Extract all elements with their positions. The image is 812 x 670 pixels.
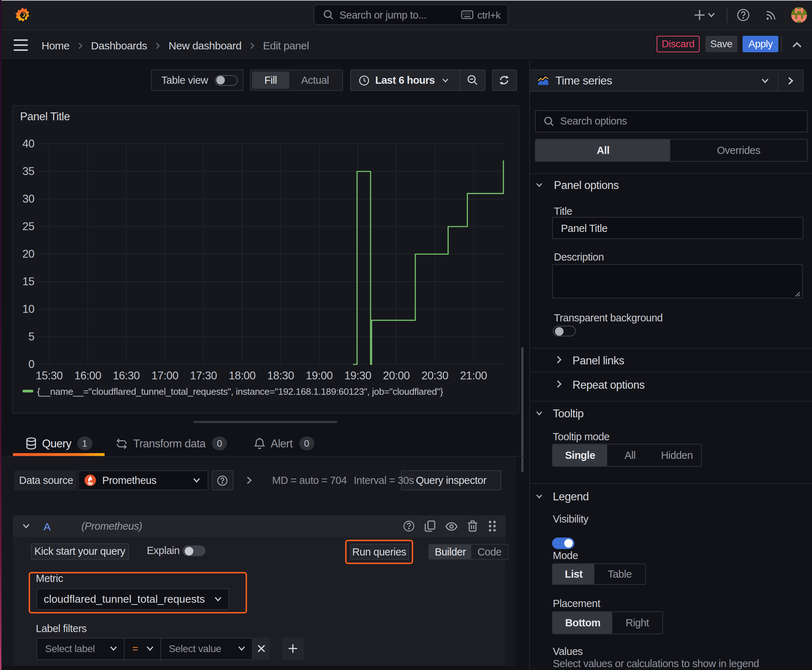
svg-text:21:00: 21:00 (460, 369, 487, 382)
svg-text:35: 35 (22, 165, 34, 178)
svg-text:18:30: 18:30 (267, 369, 294, 382)
svg-text:16:00: 16:00 (75, 369, 101, 382)
svg-text:16:30: 16:30 (113, 369, 140, 382)
svg-text:17:30: 17:30 (190, 369, 217, 382)
svg-text:18:00: 18:00 (229, 369, 256, 382)
svg-text:40: 40 (22, 137, 35, 150)
svg-text:5: 5 (28, 330, 34, 343)
svg-text:20:30: 20:30 (421, 369, 448, 382)
svg-text:19:30: 19:30 (344, 369, 371, 382)
svg-text:20: 20 (22, 248, 35, 260)
svg-text:15:30: 15:30 (36, 369, 63, 382)
svg-text:20:00: 20:00 (383, 369, 410, 382)
svg-text:10: 10 (22, 303, 35, 315)
svg-text:25: 25 (22, 220, 34, 233)
svg-text:19:00: 19:00 (306, 369, 332, 382)
svg-text:17:00: 17:00 (151, 369, 178, 382)
svg-text:15: 15 (22, 275, 34, 288)
svg-text:30: 30 (22, 193, 35, 205)
svg-text:{__name__="cloudflared_tunnel_: {__name__="cloudflared_tunnel_total_requ… (37, 386, 443, 397)
svg-text:0: 0 (28, 358, 34, 371)
